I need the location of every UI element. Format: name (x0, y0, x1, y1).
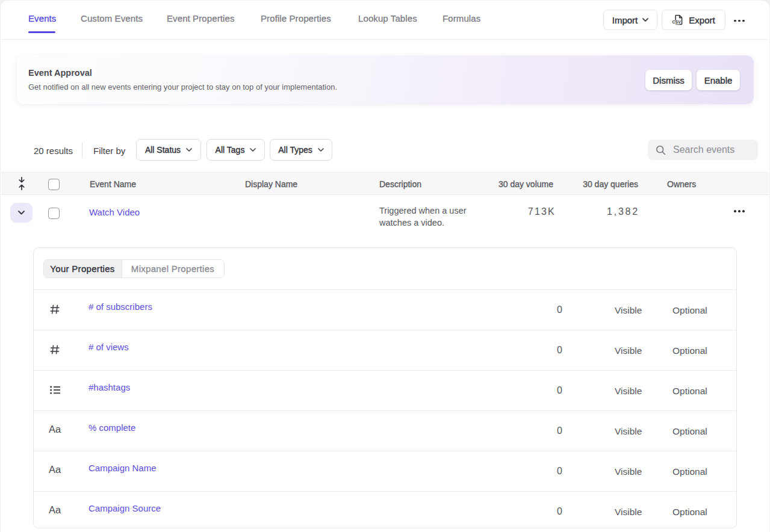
svg-text:CSV: CSV (672, 20, 682, 24)
